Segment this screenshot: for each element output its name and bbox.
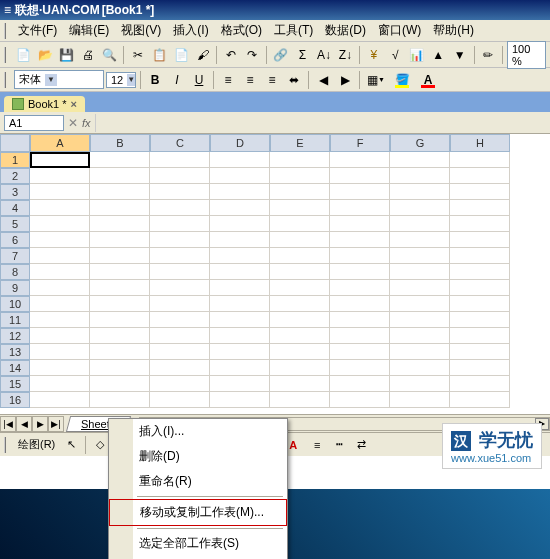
cell[interactable] [90, 152, 150, 168]
cell[interactable] [150, 360, 210, 376]
row-header[interactable]: 16 [0, 392, 30, 408]
cell[interactable] [330, 216, 390, 232]
cell[interactable] [210, 312, 270, 328]
cell[interactable] [450, 216, 510, 232]
cell[interactable] [30, 280, 90, 296]
cell[interactable] [150, 200, 210, 216]
cell[interactable] [330, 248, 390, 264]
menu-file[interactable]: 文件(F) [12, 20, 63, 41]
increase-button[interactable]: ▲ [429, 45, 448, 65]
formula-input[interactable] [95, 114, 546, 132]
open-button[interactable]: 📂 [35, 45, 54, 65]
cell[interactable] [150, 344, 210, 360]
cell[interactable] [90, 216, 150, 232]
cell[interactable] [150, 168, 210, 184]
cell[interactable] [330, 152, 390, 168]
menu-help[interactable]: 帮助(H) [427, 20, 480, 41]
cell[interactable] [330, 328, 390, 344]
cell[interactable] [390, 184, 450, 200]
cell[interactable] [450, 264, 510, 280]
cell[interactable] [270, 392, 330, 408]
cell[interactable] [270, 184, 330, 200]
cell[interactable] [150, 376, 210, 392]
cells-area[interactable] [30, 152, 550, 408]
row-header[interactable]: 8 [0, 264, 30, 280]
ctx-move-copy[interactable]: 移动或复制工作表(M)... [109, 499, 287, 526]
last-sheet-button[interactable]: ▶| [48, 416, 64, 432]
cell[interactable] [90, 280, 150, 296]
cell[interactable] [30, 344, 90, 360]
cell[interactable] [210, 152, 270, 168]
cut-button[interactable]: ✂ [128, 45, 147, 65]
cell[interactable] [30, 200, 90, 216]
row-header[interactable]: 7 [0, 248, 30, 264]
col-header-E[interactable]: E [270, 134, 330, 152]
cell[interactable] [210, 168, 270, 184]
cell[interactable] [390, 344, 450, 360]
cell[interactable] [270, 152, 330, 168]
cell[interactable] [270, 376, 330, 392]
cell[interactable] [390, 376, 450, 392]
cell[interactable] [210, 184, 270, 200]
ctx-delete[interactable]: 删除(D) [109, 444, 287, 469]
row-header[interactable]: 13 [0, 344, 30, 360]
chevron-down-icon[interactable]: ▼ [127, 74, 135, 86]
sort-asc-button[interactable]: A↓ [314, 45, 333, 65]
border-button[interactable]: ▦▼ [364, 71, 388, 89]
align-left-button[interactable]: ≡ [218, 71, 238, 89]
cell[interactable] [30, 392, 90, 408]
cell[interactable] [30, 216, 90, 232]
cell[interactable] [150, 152, 210, 168]
cell[interactable] [210, 296, 270, 312]
col-header-B[interactable]: B [90, 134, 150, 152]
zoom-combo[interactable]: 100 % [507, 41, 546, 69]
merge-button[interactable]: ⬌ [284, 71, 304, 89]
cell[interactable] [450, 328, 510, 344]
col-header-G[interactable]: G [390, 134, 450, 152]
cell[interactable] [30, 232, 90, 248]
cell[interactable] [450, 168, 510, 184]
copy-button[interactable]: 📋 [150, 45, 169, 65]
cell[interactable] [210, 264, 270, 280]
cell[interactable] [450, 232, 510, 248]
col-header-D[interactable]: D [210, 134, 270, 152]
cell[interactable] [330, 200, 390, 216]
menu-data[interactable]: 数据(D) [319, 20, 372, 41]
cell[interactable] [450, 376, 510, 392]
cell[interactable] [90, 168, 150, 184]
cell[interactable] [30, 264, 90, 280]
row-header[interactable]: 5 [0, 216, 30, 232]
money-button[interactable]: ¥ [364, 45, 383, 65]
close-icon[interactable]: × [71, 98, 77, 110]
cell[interactable] [210, 328, 270, 344]
cell[interactable] [390, 296, 450, 312]
cell[interactable] [450, 200, 510, 216]
menu-insert[interactable]: 插入(I) [167, 20, 214, 41]
menu-window[interactable]: 窗口(W) [372, 20, 427, 41]
cell[interactable] [210, 392, 270, 408]
cell[interactable] [270, 328, 330, 344]
dash-style-button[interactable]: ┅ [329, 435, 349, 455]
cell[interactable] [150, 280, 210, 296]
cell[interactable] [210, 280, 270, 296]
cell[interactable] [450, 392, 510, 408]
menu-format[interactable]: 格式(O) [215, 20, 268, 41]
font-color-button[interactable]: A [416, 71, 440, 89]
indent-inc-button[interactable]: ▶ [335, 71, 355, 89]
cell-A1[interactable] [30, 152, 90, 168]
save-button[interactable]: 💾 [57, 45, 76, 65]
align-right-button[interactable]: ≡ [262, 71, 282, 89]
cell[interactable] [30, 376, 90, 392]
cell[interactable] [270, 344, 330, 360]
cell[interactable] [390, 232, 450, 248]
indent-dec-button[interactable]: ◀ [313, 71, 333, 89]
menu-handle-icon[interactable] [4, 23, 8, 39]
cell[interactable] [90, 184, 150, 200]
cell[interactable] [150, 248, 210, 264]
cell[interactable] [450, 248, 510, 264]
cell[interactable] [30, 168, 90, 184]
row-header[interactable]: 14 [0, 360, 30, 376]
sum-button[interactable]: Σ [293, 45, 312, 65]
cell[interactable] [210, 216, 270, 232]
select-button[interactable]: ↖ [61, 435, 81, 455]
